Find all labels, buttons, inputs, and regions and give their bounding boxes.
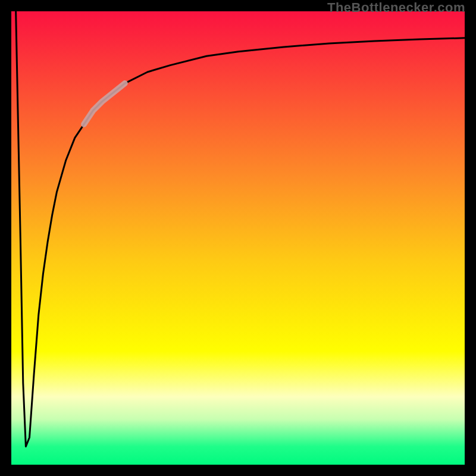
plot-background (11, 11, 465, 465)
chart-svg (0, 0, 476, 476)
stage: TheBottlenecker.com (0, 0, 476, 476)
